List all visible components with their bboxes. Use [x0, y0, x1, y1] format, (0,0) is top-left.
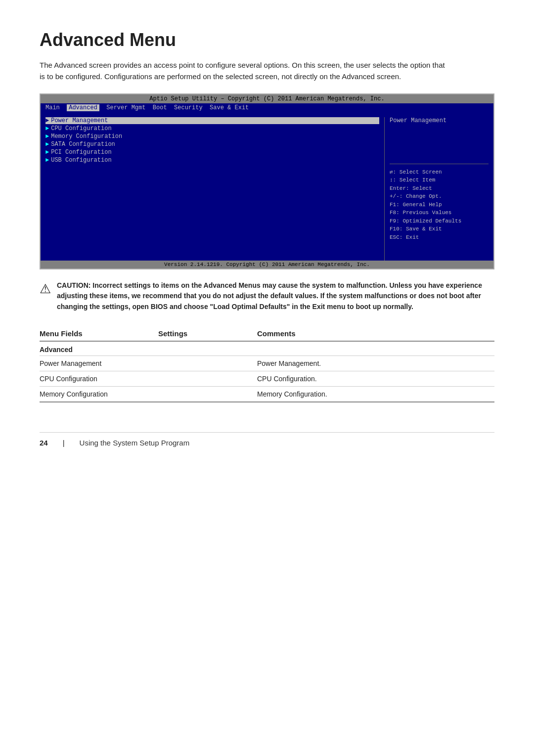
settings-power-management: [158, 356, 257, 371]
bios-menu-bar: Main Advanced Server Mgmt Boot Security …: [41, 103, 493, 112]
arrow-icon: ►: [45, 125, 49, 132]
comments-power-management: Power Management.: [257, 356, 494, 371]
help-line-1: ⇄: Select Screen: [390, 168, 489, 177]
help-line-3: Enter: Select: [390, 184, 489, 193]
bios-item-memory: ► Memory Configuration: [45, 133, 379, 140]
bios-right-panel: Power Management ⇄: Select Screen ↕: Sel…: [385, 117, 493, 261]
arrow-icon: ►: [45, 133, 49, 140]
help-line-2: ↕: Select Item: [390, 176, 489, 184]
col-header-menu-fields: Menu Fields: [40, 326, 158, 341]
bios-menu-advanced: Advanced: [67, 104, 99, 111]
help-line-8: F10: Save & Exit: [390, 225, 489, 233]
bios-footer: Version 2.14.1219. Copyright (C) 2011 Am…: [41, 261, 493, 268]
col-header-settings: Settings: [158, 326, 257, 341]
settings-memory-configuration: [158, 386, 257, 402]
help-line-7: F9: Optimized Defaults: [390, 217, 489, 225]
help-line-6: F8: Previous Values: [390, 209, 489, 217]
bios-menu-main: Main: [45, 104, 63, 111]
arrow-icon: ►: [45, 141, 49, 148]
bios-screenshot: Aptio Setup Utility – Copyright (C) 2011…: [40, 93, 494, 269]
bios-right-title: Power Management: [390, 117, 489, 124]
help-line-5: F1: General Help: [390, 201, 489, 209]
bios-item-pci: ► PCI Configuration: [45, 149, 379, 156]
field-memory-configuration: Memory Configuration: [40, 386, 158, 402]
footer-separator: |: [63, 439, 65, 447]
bios-menu-server: Server Mgmt Boot Security Save & Exit: [103, 104, 249, 111]
arrow-icon: ►: [45, 149, 49, 156]
table-header-row: Menu Fields Settings Comments: [40, 326, 494, 341]
bios-help-divider: [390, 164, 489, 164]
bios-item-usb: ► USB Configuration: [45, 157, 379, 164]
bios-title-bar: Aptio Setup Utility – Copyright (C) 2011…: [41, 94, 493, 103]
caution-box: ⚠ CAUTION: Incorrect settings to items o…: [40, 280, 494, 312]
help-line-9: ESC: Exit: [390, 233, 489, 242]
menu-table: Menu Fields Settings Comments Advanced P…: [40, 326, 494, 402]
table-row: Memory Configuration Memory Configuratio…: [40, 386, 494, 402]
page-title: Advanced Menu: [40, 30, 494, 50]
arrow-icon: ►: [45, 157, 49, 164]
caution-text: CAUTION: Incorrect settings to items on …: [57, 280, 494, 312]
settings-cpu-configuration: [158, 371, 257, 386]
table-row: CPU Configuration CPU Configuration.: [40, 371, 494, 386]
field-cpu-configuration: CPU Configuration: [40, 371, 158, 386]
caution-icon: ⚠: [40, 281, 51, 297]
page-footer: 24 | Using the System Setup Program: [40, 432, 494, 447]
comments-memory-configuration: Memory Configuration.: [257, 386, 494, 402]
arrow-icon: ►: [45, 117, 49, 124]
bios-left-panel: ► Power Management ► CPU Configuration ►…: [41, 117, 385, 261]
bios-item-power: ► Power Management: [45, 117, 379, 124]
page-number: 24: [40, 439, 48, 447]
field-power-management: Power Management: [40, 356, 158, 371]
bios-item-sata: ► SATA Configuration: [45, 141, 379, 148]
col-header-comments: Comments: [257, 326, 494, 341]
bios-item-cpu: ► CPU Configuration: [45, 125, 379, 132]
intro-paragraph: The Advanced screen provides an access p…: [40, 59, 445, 83]
comments-cpu-configuration: CPU Configuration.: [257, 371, 494, 386]
section-label: Advanced: [40, 341, 158, 356]
bios-help-text: ⇄: Select Screen ↕: Select Item Enter: S…: [390, 168, 489, 242]
table-row: Power Management Power Management.: [40, 356, 494, 371]
bios-body: ► Power Management ► CPU Configuration ►…: [41, 112, 493, 261]
footer-label: Using the System Setup Program: [80, 439, 190, 447]
table-section-advanced: Advanced: [40, 341, 494, 356]
help-line-4: +/-: Change Opt.: [390, 192, 489, 201]
